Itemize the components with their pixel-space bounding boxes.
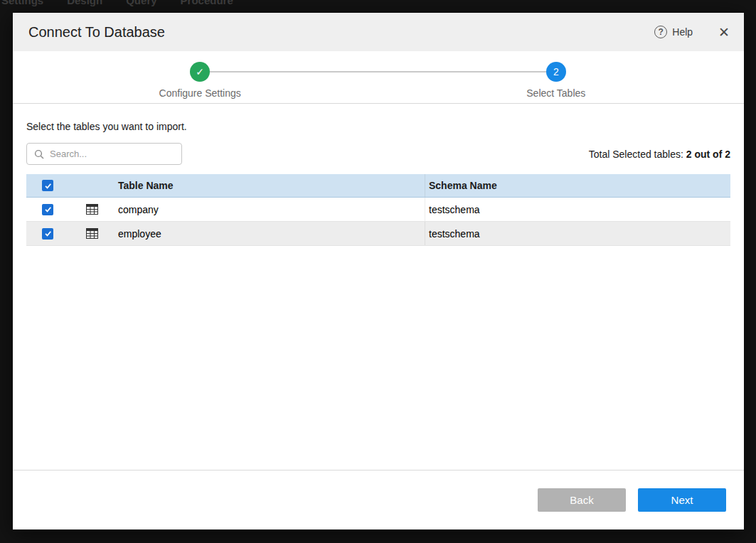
search-icon <box>34 149 44 159</box>
step-complete-check-icon: ✓ <box>190 62 210 82</box>
step-configure-settings[interactable]: ✓ Configure Settings <box>122 62 278 99</box>
help-icon: ? <box>654 26 667 38</box>
background-menu: Settings Design Query Procedure <box>1 0 233 6</box>
dialog-body: Select the tables you want to import. To… <box>13 104 744 470</box>
menu-item-design[interactable]: Design <box>67 0 102 6</box>
row-checkbox[interactable] <box>42 228 53 240</box>
summary-value: 2 out of 2 <box>686 149 730 160</box>
checkmark-icon <box>44 205 52 213</box>
table-name-cell: employee <box>115 228 425 240</box>
selected-tables-summary: Total Selected tables: 2 out of 2 <box>589 149 730 160</box>
schema-name-cell: testschema <box>425 198 730 221</box>
step-label: Select Tables <box>526 87 585 99</box>
help-label: Help <box>672 26 693 38</box>
summary-label: Total Selected tables: <box>589 149 686 160</box>
step-select-tables[interactable]: 2 Select Tables <box>478 62 634 99</box>
next-button[interactable]: Next <box>638 488 726 512</box>
back-button[interactable]: Back <box>538 488 626 512</box>
table-row[interactable]: employee testschema <box>26 222 730 246</box>
menu-item-settings[interactable]: Settings <box>1 0 43 6</box>
search-box[interactable] <box>26 143 182 165</box>
row-checkbox[interactable] <box>42 204 53 215</box>
tables-list: Table Name Schema Name <box>26 174 730 246</box>
dialog-footer: Back Next <box>13 470 744 529</box>
dialog-header: Connect To Database ? Help ✕ <box>13 13 744 51</box>
menu-item-query[interactable]: Query <box>126 0 156 6</box>
select-all-checkbox[interactable] <box>42 180 53 191</box>
checkmark-icon <box>44 182 52 190</box>
search-input[interactable] <box>50 149 174 159</box>
instruction-text: Select the tables you want to import. <box>26 121 730 132</box>
wizard-stepper: ✓ Configure Settings 2 Select Tables <box>13 51 744 104</box>
schema-name-cell: testschema <box>425 222 730 245</box>
dialog-title: Connect To Database <box>28 24 654 41</box>
table-name-cell: company <box>115 204 425 215</box>
close-icon[interactable]: ✕ <box>718 26 730 39</box>
connect-to-database-dialog: Connect To Database ? Help ✕ ✓ Configure… <box>13 13 744 529</box>
menu-item-procedure[interactable]: Procedure <box>181 0 233 6</box>
controls-row: Total Selected tables: 2 out of 2 <box>26 143 730 165</box>
step-label: Configure Settings <box>159 87 241 99</box>
table-row[interactable]: company testschema <box>26 198 730 222</box>
table-grid-icon <box>86 204 98 215</box>
table-grid-icon <box>86 228 98 239</box>
checkmark-icon <box>44 230 52 237</box>
column-header-table-name: Table Name <box>115 180 425 191</box>
step-number-badge: 2 <box>546 62 566 82</box>
help-button[interactable]: ? Help <box>654 26 693 38</box>
table-header-row: Table Name Schema Name <box>26 174 730 198</box>
column-header-schema-name: Schema Name <box>425 174 730 197</box>
